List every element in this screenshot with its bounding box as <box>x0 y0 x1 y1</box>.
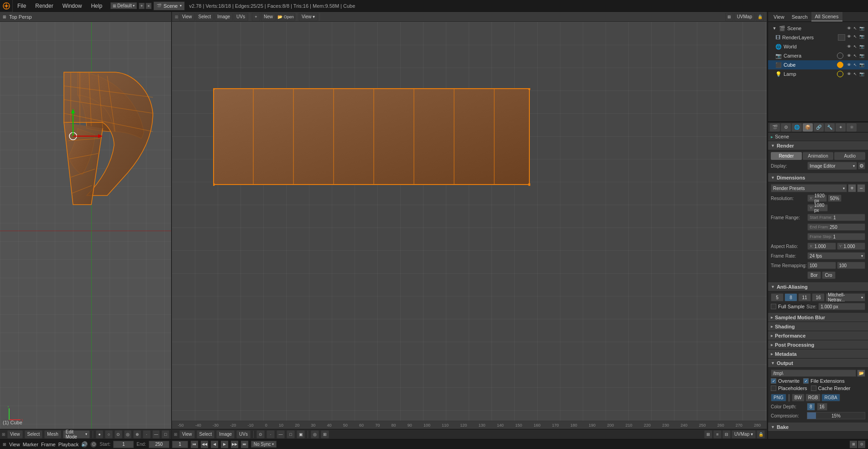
uv-lock-right[interactable]: 🔒 <box>757 430 765 438</box>
uv-mode-icons[interactable]: ⊞ <box>725 13 733 21</box>
lamp-color-sphere[interactable] <box>837 71 843 77</box>
uv-corner[interactable]: ⊞ <box>175 15 178 19</box>
frame-rate-field[interactable]: 24 fps ▾ <box>807 252 865 259</box>
placeholders-checkbox[interactable] <box>771 386 776 391</box>
blender-logo[interactable] <box>0 0 13 12</box>
aa-sample-5[interactable]: 5 <box>771 293 784 301</box>
outliner-view-tab[interactable]: View <box>770 12 788 21</box>
cam-render[interactable]: 📷 <box>859 53 864 58</box>
render-presets-dropdown[interactable]: Render Presets ▾ <box>771 184 847 192</box>
frame-start-field[interactable]: Start Frame: 1 <box>807 214 865 221</box>
uv-bottom-view[interactable]: View <box>179 430 195 438</box>
prop-tab-scene[interactable]: ⚙ <box>781 123 791 132</box>
compression-bar[interactable]: 15% <box>807 412 865 419</box>
outliner-all-scenes-tab[interactable]: All Scenes <box>811 12 842 21</box>
uv-icons-right2[interactable]: ≡ <box>713 430 722 438</box>
bor-btn[interactable]: Bor <box>807 271 821 279</box>
render-section-header[interactable]: ▼ Render <box>768 141 868 150</box>
br-icon2[interactable]: ⊙ <box>858 441 865 448</box>
output-path-field[interactable]: /tmp\ <box>771 370 856 377</box>
color-rgba-btn[interactable]: RGBA <box>821 394 840 401</box>
prop-tab-constraints[interactable]: 🔗 <box>814 123 824 132</box>
global-local[interactable]: ⊙ <box>115 430 122 438</box>
prop-tab-modifier[interactable]: 🔧 <box>825 123 835 132</box>
audio-toggle[interactable]: 🔊 <box>81 441 88 448</box>
cam-cursor[interactable]: ↖ <box>852 53 858 58</box>
end-frame-input[interactable]: 250 <box>149 441 169 448</box>
current-frame-input[interactable]: 1 <box>172 441 188 448</box>
rl-cursor[interactable]: ↖ <box>852 34 858 41</box>
bottom-playback-btn[interactable]: Playback <box>58 442 79 447</box>
outliner-search-tab[interactable]: Search <box>788 12 811 21</box>
cube-render[interactable]: 📷 <box>859 63 864 67</box>
br-icon1[interactable]: ⊞ <box>850 441 857 448</box>
prop-tab-render[interactable]: 🎬 <box>770 123 780 132</box>
format-png-btn[interactable]: PNG <box>771 394 786 401</box>
sync-dropdown[interactable]: No Sync ▾ <box>251 441 277 448</box>
aa-sample-16[interactable]: 16 <box>812 293 825 301</box>
uv-image-menu[interactable]: Image <box>214 13 233 21</box>
uv-stretch[interactable]: ⊞ <box>321 430 329 438</box>
metadata-section-header[interactable]: ▸ Metadata <box>768 349 868 359</box>
jump-start-btn[interactable]: ⏮ <box>191 441 198 448</box>
camera-color-sphere[interactable] <box>837 53 843 59</box>
start-frame-input[interactable]: 1 <box>113 441 134 448</box>
outliner-item-camera[interactable]: 📷 Camera 👁 ↖ 📷 <box>768 51 868 60</box>
play-btn[interactable]: ▶ <box>221 441 228 448</box>
scene-cursor-icon[interactable]: ↖ <box>852 26 858 31</box>
uv-bottom-image[interactable]: Image <box>216 430 235 438</box>
size-field[interactable]: 1.000 px <box>818 303 865 310</box>
select-mode-edge[interactable]: — <box>152 430 160 438</box>
prop-tab-physics[interactable]: ⚛ <box>847 123 857 132</box>
cube-eye[interactable]: 👁 <box>846 63 852 67</box>
uv-new-btn[interactable]: New <box>261 13 276 21</box>
uv-mode-label[interactable]: UVMap <box>734 13 755 21</box>
prop-tab-particles[interactable]: ✦ <box>836 123 846 132</box>
uv-island-select[interactable]: ▣ <box>297 430 305 438</box>
uv-select-menu[interactable]: Select <box>196 13 214 21</box>
viewport-shading-wire[interactable]: ○ <box>105 430 113 438</box>
scene-expand-arrow[interactable]: ▼ <box>772 26 777 31</box>
outliner-item-scene[interactable]: ▼ 🎬 Scene 👁 ↖ 📷 <box>768 24 868 33</box>
uv-view-menu[interactable]: View <box>179 13 195 21</box>
shading-section-header[interactable]: ▸ Shading <box>768 322 868 331</box>
uv-mode-right[interactable]: UVMap ▾ <box>732 430 756 438</box>
aa-sample-8[interactable]: 8 <box>784 293 797 301</box>
viewport-corner[interactable]: ⊞ <box>3 15 6 19</box>
cam-eye[interactable]: 👁 <box>846 53 852 58</box>
uv-face-select[interactable]: □ <box>287 430 295 438</box>
frame-step-field[interactable]: Frame Step: 1 <box>807 233 865 240</box>
cube-cursor[interactable]: ↖ <box>852 63 858 67</box>
rl-eye[interactable]: 👁 <box>846 34 852 41</box>
full-sample-checkbox[interactable] <box>771 304 776 309</box>
render-tab-audio[interactable]: Audio <box>834 152 865 160</box>
overwrite-checkbox[interactable] <box>771 378 776 384</box>
dimensions-section-header[interactable]: ▼ Dimensions <box>768 173 868 182</box>
outliner-item-renderlayers[interactable]: 🎞 RenderLayers 👁 ↖ 📷 <box>768 33 868 42</box>
uv-add-pin[interactable]: + <box>252 13 260 21</box>
display-settings-btn[interactable]: ⚙ <box>858 162 865 169</box>
bottom-corner[interactable]: ⊞ <box>3 442 6 447</box>
proportional-edit[interactable]: ◎ <box>124 430 132 438</box>
scene-render-icon[interactable]: 📷 <box>859 26 864 31</box>
aspect-x-field[interactable]: X: 1.000 <box>807 243 836 250</box>
time-remap-new[interactable]: 100 <box>837 262 866 269</box>
uv-uvs-menu[interactable]: UVs <box>234 13 248 21</box>
res-x-field[interactable]: X: 1920 px <box>807 195 827 202</box>
mesh-menu[interactable]: Mesh <box>44 430 61 438</box>
menu-render[interactable]: Render <box>31 0 58 11</box>
bake-section-header[interactable]: ▼ Bake <box>768 423 868 432</box>
cro-btn[interactable]: Cro <box>822 271 836 279</box>
uv-icons-right3[interactable]: ⊟ <box>722 430 731 438</box>
output-section-header[interactable]: ▼ Output <box>768 359 868 368</box>
rl-render[interactable]: 📷 <box>859 34 864 41</box>
uv-proportional[interactable]: ◎ <box>311 430 319 438</box>
vp-corner[interactable]: ⊞ <box>2 432 5 437</box>
scene-eye-icon[interactable]: 👁 <box>846 26 852 31</box>
outliner-item-cube[interactable]: ⬛ Cube 👁 ↖ 📷 <box>768 60 868 69</box>
uv-edge-select[interactable]: — <box>277 430 285 438</box>
uv-lock[interactable]: 🔒 <box>756 13 764 21</box>
step-fwd-btn[interactable]: ▶▶ <box>231 441 238 448</box>
performance-section-header[interactable]: ▸ Performance <box>768 331 868 340</box>
viewport-canvas[interactable]: X Y (1) Cube ⊞ View Select Mesh Edit Mod… <box>0 22 171 439</box>
